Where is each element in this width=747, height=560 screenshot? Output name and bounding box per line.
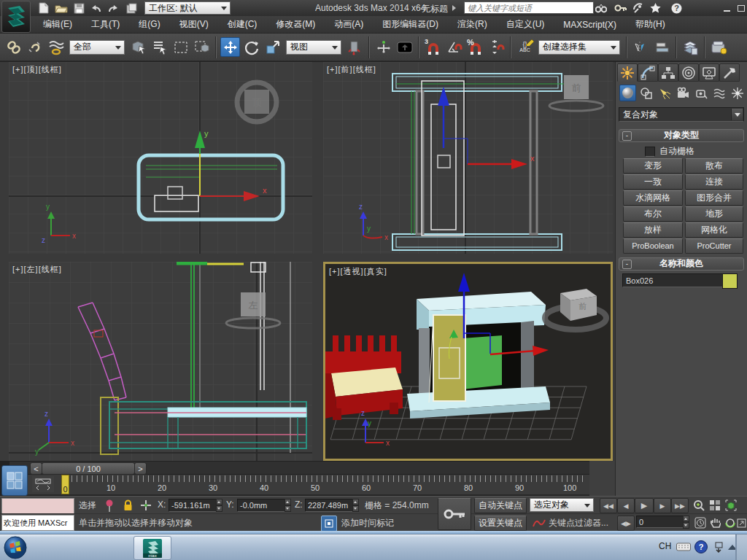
redo-button[interactable]	[106, 1, 122, 15]
snap-toggle-3d-icon[interactable]: 3	[423, 37, 443, 57]
unlink-selection-icon[interactable]	[25, 37, 44, 57]
button-mesher[interactable]: 网格化	[685, 222, 743, 238]
object-name-field[interactable]	[622, 273, 723, 287]
viewport-left-label[interactable]: [+][左][线框]	[12, 264, 62, 275]
reference-coordinate-dropdown[interactable]: 视图	[286, 40, 341, 55]
previous-frame-button[interactable]: ◀	[617, 498, 635, 513]
select-and-scale-button[interactable]	[263, 37, 282, 57]
menu-maxscript[interactable]: MAXScript(X)	[554, 18, 626, 32]
tab-modify[interactable]	[638, 63, 658, 82]
flyout-arrow-icon[interactable]	[452, 5, 456, 11]
maximize-viewport-toggle-icon[interactable]	[736, 516, 746, 530]
y-coordinate-field[interactable]: -0.0mm	[237, 499, 285, 512]
go-to-end-button[interactable]: ▶▶	[671, 498, 689, 513]
button-blobmesh[interactable]: 水滴网格	[623, 190, 683, 206]
key-filters-curve-icon[interactable]	[531, 516, 547, 530]
absolute-offset-toggle-icon[interactable]	[139, 498, 153, 513]
name-color-rollout-header[interactable]: - 名称和颜色	[619, 257, 744, 271]
zoom-extents-icon[interactable]	[724, 498, 738, 513]
search-binoculars-icon[interactable]	[595, 1, 608, 15]
set-keys-button[interactable]	[438, 498, 471, 530]
lights-icon[interactable]	[656, 85, 673, 101]
key-filters-button[interactable]: 关键点过滤器...	[549, 517, 608, 529]
object-type-rollout-header[interactable]: - 对象类型	[619, 129, 744, 142]
new-file-button[interactable]	[36, 1, 52, 15]
time-slider-button[interactable]: 0 / 100	[42, 462, 135, 475]
x-spinner[interactable]	[216, 499, 222, 512]
time-slider-track[interactable]: < 0 / 100 >	[9, 461, 613, 475]
align-button[interactable]	[652, 37, 672, 57]
previous-frame-arrow[interactable]: <	[30, 462, 42, 475]
show-desktop-button[interactable]	[735, 534, 747, 560]
track-bar-frame-marker[interactable]: 0	[61, 475, 69, 494]
viewport-top-label[interactable]: [+][顶][线框]	[12, 64, 62, 75]
layer-manager-button[interactable]	[681, 37, 700, 57]
add-time-tag[interactable]: 添加时间标记	[341, 517, 394, 529]
help-menu-button[interactable]: ?	[668, 1, 687, 15]
button-boolean[interactable]: 布尔	[623, 206, 683, 222]
menu-rendering[interactable]: 渲染(R)	[448, 16, 497, 33]
geometry-icon[interactable]	[619, 85, 636, 101]
object-color-swatch[interactable]	[722, 273, 738, 289]
select-and-manipulate-icon[interactable]	[374, 37, 393, 57]
button-connect[interactable]: 连接	[685, 174, 743, 190]
named-selection-sets-dropdown[interactable]: 创建选择集	[538, 40, 620, 55]
menu-create[interactable]: 创建(C)	[218, 16, 267, 33]
minimize-button[interactable]	[721, 4, 732, 13]
zoom-all-icon[interactable]	[708, 498, 722, 513]
cabinet-model[interactable]	[407, 292, 550, 419]
viewport-front-label[interactable]: [+][前][线框]	[327, 64, 376, 75]
time-configuration-icon[interactable]	[693, 516, 708, 530]
tray-keyboard-icon[interactable]	[676, 541, 692, 553]
rectangular-selection-region-icon[interactable]	[171, 37, 190, 57]
shapes-icon[interactable]	[638, 85, 654, 101]
select-by-name-icon[interactable]	[150, 37, 169, 57]
tab-utilities[interactable]	[719, 63, 740, 82]
application-menu-button[interactable]	[1, 1, 31, 33]
keyboard-shortcut-override-icon[interactable]	[395, 37, 414, 57]
viewport-left[interactable]: 左 z x y [+][左][线框]	[9, 262, 312, 461]
button-scatter[interactable]: 散布	[685, 158, 743, 174]
menu-animation[interactable]: 动画(A)	[325, 16, 373, 33]
z-coordinate-field[interactable]: 2287.489m	[305, 499, 353, 512]
mirror-button[interactable]	[631, 37, 651, 57]
search-input[interactable]	[464, 1, 594, 14]
frame-spinner[interactable]	[683, 516, 689, 529]
undo-button[interactable]	[88, 1, 104, 15]
tray-language-indicator[interactable]: CH	[659, 541, 671, 551]
viewport-layout-button[interactable]	[1, 465, 28, 496]
x-coordinate-field[interactable]: -591.161m	[169, 499, 217, 512]
z-spinner[interactable]	[352, 499, 359, 512]
mini-curve-editor-button[interactable]	[32, 476, 54, 492]
selection-lock-icon[interactable]	[120, 498, 135, 513]
go-to-start-button[interactable]: ◀◀	[600, 498, 617, 513]
select-and-move-button[interactable]	[220, 37, 240, 57]
next-frame-button[interactable]: ▶	[654, 498, 671, 513]
next-frame-arrow[interactable]: >	[134, 462, 147, 475]
pan-hand-icon[interactable]	[709, 516, 722, 530]
taskbar-app-3dsmax[interactable]: max	[133, 536, 171, 560]
current-frame-field[interactable]	[636, 516, 684, 528]
restore-button[interactable]	[735, 4, 746, 13]
button-loft[interactable]: 放样	[623, 222, 683, 238]
viewport-top[interactable]: y x y x z 顶 [+][顶][线框]	[9, 62, 312, 254]
set-key-button[interactable]: 设置关键点	[474, 516, 527, 531]
space-warps-icon[interactable]	[711, 85, 727, 101]
project-folder-button[interactable]	[123, 1, 139, 15]
bind-to-space-warp-icon[interactable]	[46, 37, 66, 57]
spinner-snap-toggle-icon[interactable]	[487, 37, 506, 57]
selection-filter-dropdown[interactable]: 全部	[69, 40, 125, 55]
angle-snap-toggle-icon[interactable]	[444, 37, 464, 57]
menu-help[interactable]: 帮助(H)	[626, 16, 675, 33]
tab-display[interactable]	[699, 63, 719, 82]
play-button[interactable]: ▶	[635, 498, 654, 513]
key-mode-toggle-button[interactable]: ◀▶	[617, 516, 635, 531]
viewport-perspective[interactable]: 前 z x y [+][透视][真实]	[323, 262, 613, 461]
select-and-rotate-button[interactable]	[241, 37, 261, 57]
communication-center-icon[interactable]	[631, 1, 644, 15]
select-object-icon[interactable]	[128, 37, 148, 57]
menu-views[interactable]: 视图(V)	[170, 16, 218, 33]
button-conform[interactable]: 一致	[623, 174, 683, 190]
tray-window-icon[interactable]	[712, 541, 724, 553]
use-pivot-point-center-icon[interactable]	[345, 37, 365, 57]
